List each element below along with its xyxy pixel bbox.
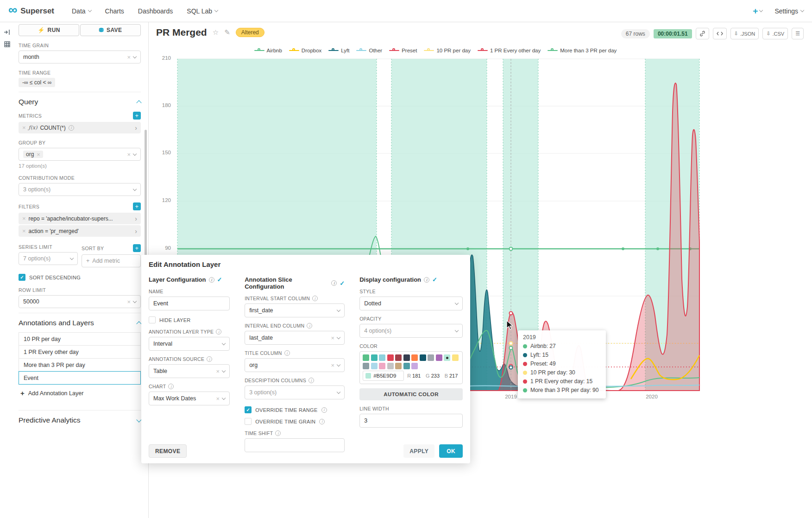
info-icon[interactable]: i — [319, 419, 325, 424]
override-time-range-checkbox[interactable]: ✓ — [245, 406, 252, 413]
add-sort-metric-button[interactable]: + — [133, 244, 141, 252]
hex-input[interactable] — [373, 373, 401, 379]
info-icon[interactable]: i — [424, 277, 429, 283]
color-swatch[interactable] — [403, 363, 410, 369]
legend-item[interactable]: Other — [356, 48, 382, 53]
remove-button[interactable]: REMOVE — [149, 444, 187, 458]
layer-name-input[interactable] — [149, 297, 230, 310]
interval-start-column-select[interactable]: first_date — [245, 303, 345, 317]
automatic-color-button[interactable]: AUTOMATIC COLOR — [359, 388, 463, 400]
save-button[interactable]: ⛃SAVE — [80, 24, 141, 36]
query-section-header[interactable]: Query — [19, 92, 141, 108]
legend-item[interactable]: Airbnb — [254, 48, 282, 53]
hide-layer-checkbox[interactable] — [149, 316, 156, 323]
annotation-layer-item[interactable]: More than 3 PR per day — [19, 358, 141, 372]
row-limit-select[interactable]: 50000 × — [19, 295, 141, 308]
clear-icon[interactable]: × — [127, 152, 131, 158]
color-swatch[interactable] — [428, 354, 434, 361]
opacity-select[interactable]: 4 option(s) — [359, 324, 463, 338]
info-icon[interactable]: i — [308, 378, 314, 383]
info-icon[interactable]: i — [331, 280, 337, 286]
annotation-source-select[interactable]: Table × — [149, 364, 230, 378]
group-by-tag[interactable]: org× — [23, 151, 43, 158]
time-range-tag[interactable]: -∞ ≤ col < ∞ — [19, 78, 55, 87]
legend-item[interactable]: More than 3 PR per day — [548, 48, 617, 53]
color-swatch[interactable] — [411, 363, 418, 369]
annotation-layer-item[interactable]: 10 PR per day — [19, 332, 141, 346]
legend-item[interactable]: 10 PR per day — [424, 48, 471, 53]
remove-icon[interactable]: × — [22, 228, 26, 234]
collapse-panel-icon[interactable] — [0, 26, 14, 38]
color-swatch[interactable] — [379, 363, 385, 369]
color-swatch[interactable] — [371, 354, 378, 361]
color-swatch[interactable] — [436, 354, 442, 361]
remove-icon[interactable]: × — [22, 215, 26, 221]
interval-end-column-select[interactable]: last_date × — [245, 331, 345, 345]
line-width-input[interactable] — [359, 414, 463, 428]
clear-icon[interactable]: × — [216, 368, 220, 374]
expand-caret-icon[interactable]: › — [135, 125, 137, 131]
color-swatch[interactable] — [403, 354, 410, 361]
menu-dashboards[interactable]: Dashboards — [138, 7, 173, 15]
color-swatch[interactable] — [371, 363, 378, 369]
menu-settings[interactable]: Settings — [774, 7, 804, 15]
apply-button[interactable]: APPLY — [403, 444, 434, 458]
add-annotation-layer-button[interactable]: + Add Annotation Layer — [19, 386, 141, 400]
expand-caret-icon[interactable]: › — [135, 215, 137, 222]
ok-button[interactable]: OK — [439, 444, 463, 458]
legend-item[interactable]: 1 PR Every other day — [478, 48, 541, 53]
color-swatch[interactable] — [395, 354, 402, 361]
title-column-select[interactable]: org × — [245, 358, 345, 372]
color-swatch[interactable] — [363, 354, 369, 361]
menu-charts[interactable]: Charts — [105, 7, 124, 15]
color-swatch[interactable] — [387, 354, 394, 361]
clear-icon[interactable]: × — [331, 362, 335, 368]
new-item-button[interactable]: + — [753, 6, 762, 16]
color-swatch[interactable] — [395, 363, 402, 369]
style-select[interactable]: Dotted — [359, 297, 463, 310]
info-icon[interactable]: i — [207, 356, 212, 362]
sort-descending-checkbox[interactable]: ✓ — [19, 274, 25, 281]
info-icon[interactable]: i — [168, 384, 174, 389]
info-icon[interactable]: i — [275, 430, 281, 436]
embed-code-button[interactable] — [713, 28, 727, 39]
copy-link-button[interactable] — [696, 28, 709, 39]
expand-caret-icon[interactable]: › — [135, 228, 137, 234]
color-swatch[interactable] — [420, 354, 426, 361]
legend-item[interactable]: Dropbox — [289, 48, 321, 53]
info-icon[interactable]: i — [209, 277, 214, 283]
legend-item[interactable]: Preset — [389, 48, 417, 53]
legend-item[interactable]: Lyft — [328, 48, 349, 53]
export-json-button[interactable]: ⇩.JSON — [730, 28, 759, 39]
color-swatch[interactable] — [379, 354, 385, 361]
series-limit-select[interactable]: 7 option(s) — [19, 252, 78, 265]
color-swatch[interactable] — [452, 354, 459, 361]
chart-select[interactable]: Max Work Dates × — [149, 392, 230, 405]
add-filter-button[interactable]: + — [133, 202, 141, 210]
time-shift-input[interactable] — [245, 438, 345, 452]
annotations-section-header[interactable]: Annotations and Layers — [19, 313, 141, 329]
info-icon[interactable]: i — [216, 329, 221, 335]
group-by-select[interactable]: org× × — [19, 148, 141, 161]
dataset-grid-icon[interactable] — [0, 38, 14, 50]
override-time-grain-checkbox[interactable] — [245, 418, 252, 425]
clear-icon[interactable]: × — [331, 335, 335, 341]
add-metric-button[interactable]: + — [133, 112, 141, 120]
superset-brand[interactable]: ∞ Superset — [8, 6, 54, 16]
clear-icon[interactable]: × — [216, 396, 220, 402]
annotation-layer-item-selected[interactable]: Event — [19, 371, 141, 385]
time-grain-select[interactable]: month × — [19, 51, 141, 63]
remove-icon[interactable]: × — [22, 125, 26, 131]
clear-icon[interactable]: × — [127, 299, 131, 305]
annotation-layer-item[interactable]: 1 PR Every other day — [19, 345, 141, 359]
color-swatch[interactable] — [363, 363, 369, 369]
run-button[interactable]: ⚡RUN — [19, 24, 79, 36]
color-swatch[interactable] — [387, 363, 394, 369]
clear-icon[interactable]: × — [127, 54, 131, 60]
menu-data[interactable]: Data — [72, 7, 91, 15]
info-icon[interactable]: i — [307, 323, 312, 328]
filter-pill[interactable]: × action = 'pr_merged' › — [19, 225, 141, 237]
sort-by-select[interactable]: + Add metric — [82, 254, 141, 267]
info-icon[interactable]: i — [284, 350, 290, 356]
color-swatch[interactable] — [411, 354, 418, 361]
